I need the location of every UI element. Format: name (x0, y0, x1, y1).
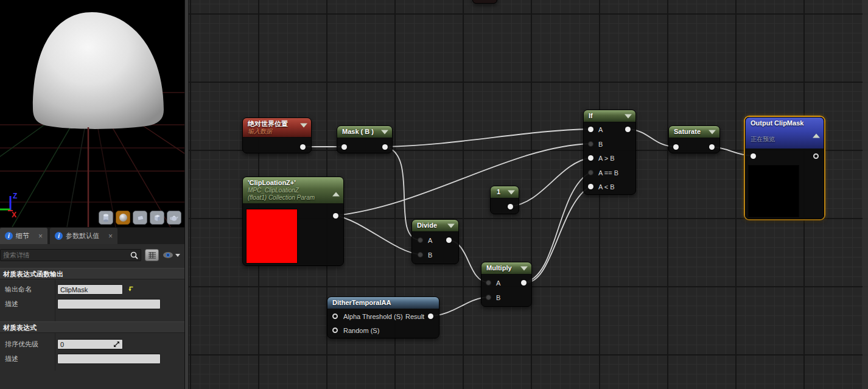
node-constant-1[interactable]: 1 (490, 186, 519, 214)
output-pin[interactable] (446, 237, 452, 243)
output-pin[interactable] (300, 144, 306, 150)
input-pin-b[interactable] (588, 141, 593, 147)
info-icon: i (55, 232, 63, 240)
input-pin-b[interactable] (418, 252, 423, 258)
chevron-down-icon[interactable] (709, 130, 716, 134)
node-mask[interactable]: Mask ( B ) (337, 125, 393, 153)
row-label: 排序优先级 (5, 340, 38, 349)
node-header[interactable]: 绝对世界位置 输入数据 (243, 118, 311, 138)
node-title: 'ClipLoationZ+' (248, 179, 296, 186)
input-pin-aeqb[interactable] (588, 170, 593, 175)
preview-shape-toolbar (99, 211, 181, 225)
chevron-down-icon[interactable] (447, 223, 455, 228)
output-pin[interactable] (709, 144, 715, 150)
chevron-down-icon[interactable] (625, 114, 632, 118)
reset-to-default-icon[interactable] (127, 286, 134, 292)
input-pin-random[interactable] (332, 328, 338, 333)
description-input[interactable] (57, 299, 161, 309)
input-pin-b[interactable] (486, 295, 491, 300)
node-absolute-world-position[interactable]: 绝对世界位置 输入数据 (242, 117, 312, 153)
node-header[interactable]: Multiply (481, 262, 531, 275)
output-pin[interactable] (508, 204, 513, 209)
section-title: 材质表达式 (3, 324, 37, 331)
node-dithertemporalaa[interactable]: DitherTemporalAA Alpha Threshold (S) Res… (327, 296, 439, 338)
input-pin[interactable] (751, 153, 756, 159)
node-header[interactable]: Output ClipMask 正在预览 (746, 117, 824, 149)
search-field (0, 249, 141, 261)
param-color-preview (246, 209, 298, 264)
chevron-down-icon[interactable] (508, 190, 515, 194)
input-pin-a[interactable] (418, 237, 423, 243)
search-icon (130, 251, 139, 260)
collapse-icon[interactable] (813, 134, 820, 138)
node-title: DitherTemporalAA (332, 299, 391, 306)
pin-label: B (496, 295, 500, 301)
input-pin-agtb[interactable] (588, 155, 593, 161)
details-panel: i 细节 × i 参数默认值 × (0, 227, 184, 389)
output-pin[interactable] (625, 127, 631, 132)
view-options[interactable] (163, 251, 180, 259)
material-preview-viewport[interactable]: Z X (0, 0, 184, 227)
node-output-clipmask[interactable]: Output ClipMask 正在预览 (745, 117, 824, 219)
pin-label: A (598, 127, 603, 133)
display-filter-button[interactable] (145, 249, 159, 261)
node-header[interactable]: 'ClipLoationZ+' MPC_ClipLoationZ (float1… (243, 177, 343, 204)
search-input[interactable] (2, 250, 127, 261)
node-multiply[interactable]: Multiply A B (481, 262, 532, 307)
node-header[interactable]: If (584, 110, 635, 122)
shape-plane-button[interactable] (133, 211, 147, 225)
node-title: Mask ( B ) (342, 128, 374, 135)
node-header[interactable]: DitherTemporalAA (327, 297, 439, 309)
node-saturate[interactable]: Saturate (668, 125, 720, 153)
expand-icon[interactable] (113, 341, 120, 348)
pin-label: A < B (598, 184, 615, 191)
tab-parameter-defaults[interactable]: i 参数默认值 × (50, 228, 117, 244)
node-header[interactable]: Divide (412, 220, 458, 232)
chevron-down-icon[interactable] (300, 124, 307, 128)
graph-scrollbar[interactable] (863, 0, 868, 389)
description-input[interactable] (57, 354, 161, 364)
output-pin[interactable] (521, 280, 527, 286)
shape-cube-button[interactable] (150, 211, 164, 225)
input-pin-altb[interactable] (588, 184, 593, 189)
shape-sphere-button[interactable] (116, 211, 130, 225)
close-icon[interactable]: × (108, 232, 113, 240)
selected-node-outline: Output ClipMask 正在预览 (744, 116, 825, 220)
output-name-input[interactable] (57, 284, 123, 295)
output-pin[interactable] (382, 144, 388, 150)
node-cliplocationz-param[interactable]: 'ClipLoationZ+' MPC_ClipLoationZ (float1… (242, 177, 344, 266)
node-subtitle: 输入数据 (248, 128, 299, 135)
output-pin[interactable] (813, 153, 819, 159)
panel-splitter[interactable] (184, 0, 189, 389)
shape-teapot-button[interactable] (167, 211, 181, 225)
section-header-material-expression[interactable]: 材质表达式 (0, 321, 184, 333)
node-header[interactable]: Mask ( B ) (337, 126, 392, 138)
section-header-function-output[interactable]: 材质表达式函数输出 (0, 268, 184, 279)
node-divide[interactable]: Divide A B (411, 219, 459, 264)
node-header[interactable]: 1 (491, 186, 519, 198)
pin-label: A (496, 280, 500, 287)
row-label: 输出命名 (5, 285, 32, 294)
node-title: 绝对世界位置 (248, 120, 288, 127)
output-pin[interactable] (333, 213, 338, 219)
shape-cylinder-button[interactable] (99, 211, 113, 225)
chevron-down-icon[interactable] (520, 266, 528, 270)
chevron-down-icon (175, 254, 180, 257)
offscreen-node-sliver[interactable] (472, 0, 497, 4)
close-icon[interactable]: × (38, 232, 43, 240)
input-pin[interactable] (341, 144, 347, 150)
tab-details[interactable]: i 细节 × (0, 228, 47, 244)
input-pin-a[interactable] (486, 280, 491, 286)
pin-label: A (428, 237, 432, 244)
axis-z-label: Z (13, 192, 17, 200)
node-if[interactable]: If A B A > B A == B A < B (583, 110, 636, 195)
input-pin[interactable] (673, 144, 679, 150)
node-preview (748, 165, 799, 217)
preview-mesh-dome (33, 12, 164, 129)
chevron-down-icon[interactable] (381, 130, 388, 134)
collapse-icon[interactable] (332, 192, 340, 197)
input-pin-alpha-threshold[interactable] (332, 314, 338, 319)
node-header[interactable]: Saturate (669, 126, 719, 138)
input-pin-a[interactable] (588, 127, 593, 132)
output-pin-result[interactable] (428, 314, 433, 319)
